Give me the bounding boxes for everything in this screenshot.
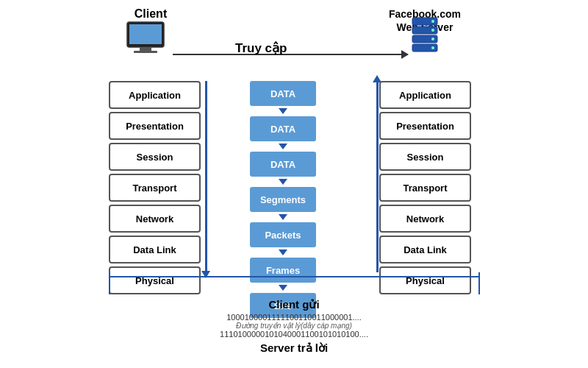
- middle-data-column: DATA DATA DATA Segments Packets Frames B…: [250, 81, 316, 318]
- layer-datalink-right: Data Link: [379, 236, 471, 263]
- server-icon: [406, 16, 443, 57]
- layer-transport-right: Transport: [379, 174, 471, 202]
- osi-right-stack: Application Presentation Session Transpo…: [379, 81, 471, 294]
- right-up-arrow: [376, 81, 379, 272]
- osi-left-stack: Application Presentation Session Transpo…: [109, 81, 201, 294]
- layer-presentation-left: Presentation: [109, 112, 201, 140]
- data-box-segments: Segments: [250, 187, 316, 212]
- bottom-right-vertical: [478, 272, 480, 294]
- layer-application-right: Application: [379, 81, 471, 109]
- arrow-down-1: [279, 108, 287, 114]
- truy-cap-label: Truy cập: [235, 40, 287, 56]
- bottom-left-vertical: [109, 272, 110, 294]
- layer-network-left: Network: [109, 205, 201, 233]
- binary-text-1: 1000100001111100110011000001....: [0, 313, 588, 322]
- layer-datalink-left: Data Link: [109, 236, 201, 263]
- data-box-3: DATA: [250, 152, 316, 177]
- client-gui-label: Client gửi: [0, 298, 588, 311]
- duong-truyen-label: Đường truyền vật lý(dây cáp mạng): [0, 322, 588, 330]
- layer-transport-left: Transport: [109, 174, 201, 202]
- data-box-packets: Packets: [250, 222, 316, 247]
- layer-session-left: Session: [109, 143, 201, 171]
- layer-physical-right: Physical: [379, 266, 471, 294]
- layer-session-right: Session: [379, 143, 471, 171]
- layer-presentation-right: Presentation: [379, 112, 471, 140]
- bottom-transmission-line: [109, 276, 480, 277]
- left-down-arrow: [205, 81, 207, 272]
- data-box-1: DATA: [250, 81, 316, 106]
- arrow-down-5: [279, 250, 287, 255]
- monitor-icon: [123, 21, 168, 57]
- svg-point-9: [431, 29, 434, 32]
- layer-network-right: Network: [379, 205, 471, 233]
- arrow-down-4: [279, 214, 287, 220]
- layer-physical-left: Physical: [109, 266, 201, 294]
- svg-rect-1: [129, 24, 162, 44]
- svg-point-10: [431, 38, 434, 40]
- svg-rect-2: [140, 47, 151, 51]
- arrow-down-2: [279, 144, 287, 149]
- binary-text-2: 1110100000101040001100101010100....: [0, 330, 588, 339]
- data-box-2: DATA: [250, 116, 316, 141]
- arrow-down-6: [279, 285, 287, 291]
- svg-point-8: [431, 20, 434, 23]
- svg-point-11: [431, 46, 434, 49]
- data-box-frames: Frames: [250, 258, 316, 283]
- layer-application-left: Application: [109, 81, 201, 109]
- bottom-labels: Client gửi 1000100001111100110011000001.…: [0, 298, 588, 355]
- access-arrow: [173, 54, 408, 55]
- svg-rect-3: [134, 51, 157, 53]
- server-tra-loi-label: Server trả lời: [0, 342, 588, 355]
- arrow-down-3: [279, 179, 287, 185]
- main-container: Client Facebook.com Web Server Truy cập …: [0, 0, 588, 368]
- client-label: Client: [107, 7, 195, 21]
